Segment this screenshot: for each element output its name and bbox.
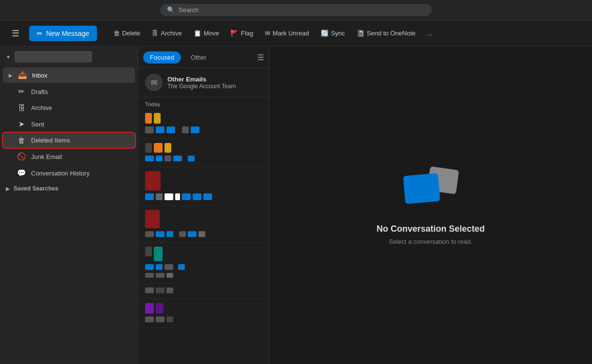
send-onenote-button[interactable]: 📓 Send to OneNote <box>352 27 420 40</box>
inbox-chevron-icon: ▶ <box>9 73 13 78</box>
search-icon: 🔍 <box>167 6 175 14</box>
archive-label: Archive <box>161 30 181 37</box>
delete-icon: 🗑 <box>114 30 120 37</box>
sidebar: ▼ ▶ 📥 Inbox ✏ Drafts 🗄 Archive ➤ Sent 🗑 … <box>0 47 138 364</box>
sent-icon: ➤ <box>16 120 26 128</box>
sync-button[interactable]: 🔄 Sync <box>316 27 350 40</box>
tab-focused[interactable]: Focused <box>143 51 181 63</box>
sidebar-item-archive[interactable]: 🗄 Archive <box>3 100 135 115</box>
more-icon: ... <box>427 30 432 37</box>
move-icon: 📋 <box>194 30 201 37</box>
sidebar-item-conversation-history[interactable]: 💬 Conversation History <box>3 165 135 181</box>
sidebar-item-junk-email[interactable]: 🚫 Junk Email <box>3 149 135 164</box>
tab-other[interactable]: Other <box>184 51 214 63</box>
envelope-front <box>403 173 440 204</box>
junk-icon: 🚫 <box>16 152 26 161</box>
no-conversation-illustration <box>404 166 458 214</box>
email-info: Other Emails The Google Account Team <box>167 76 236 90</box>
no-conversation-subtitle: Select a conversation to read. <box>389 238 473 245</box>
saved-searches-chevron-icon: ▶ <box>6 186 10 191</box>
junk-email-label: Junk Email <box>31 153 62 160</box>
hamburger-button[interactable]: ☰ <box>7 25 24 42</box>
sent-label: Sent <box>31 121 44 128</box>
mark-unread-icon: ✉ <box>265 30 270 37</box>
top-bar: 🔍 Search <box>0 0 592 20</box>
filter-icon[interactable]: ☰ <box>257 53 264 62</box>
deleted-items-label: Deleted Items <box>31 137 70 144</box>
drafts-icon: ✏ <box>16 87 26 96</box>
drafts-label: Drafts <box>31 88 48 95</box>
sync-icon: 🔄 <box>321 30 329 37</box>
search-label: Search <box>179 6 198 14</box>
mark-unread-button[interactable]: ✉ Mark Unread <box>260 27 314 40</box>
conversation-history-label: Conversation History <box>31 170 90 177</box>
more-button[interactable]: ... <box>422 27 437 40</box>
table-row[interactable] <box>138 167 269 206</box>
table-row[interactable] <box>138 206 269 243</box>
table-row[interactable] <box>138 299 269 328</box>
archive-icon: 🗄 <box>152 30 158 37</box>
tabs-row: Focused Other ☰ <box>138 47 269 68</box>
flag-label: Flag <box>241 30 253 37</box>
account-name <box>15 51 92 63</box>
onenote-icon: 📓 <box>357 30 364 37</box>
account-header[interactable]: ▼ <box>0 47 138 67</box>
archive-icon: 🗄 <box>16 104 26 112</box>
account-chevron-icon: ▼ <box>6 54 11 60</box>
featured-email-item[interactable]: ✉ Other Emails The Google Account Team <box>138 68 269 97</box>
email-avatar: ✉ <box>145 74 163 91</box>
move-label: Move <box>204 30 219 37</box>
detail-panel: No Conversation Selected Select a conver… <box>269 47 592 364</box>
delete-button[interactable]: 🗑 Delete <box>109 27 146 40</box>
sidebar-item-sent[interactable]: ➤ Sent <box>3 116 135 132</box>
flag-button[interactable]: 🚩 Flag <box>226 27 258 40</box>
flag-icon: 🚩 <box>230 30 238 37</box>
other-tab-label: Other <box>191 54 207 61</box>
email-preview: The Google Account Team <box>167 83 236 90</box>
sidebar-item-drafts[interactable]: ✏ Drafts <box>3 84 135 99</box>
inbox-icon: 📥 <box>17 71 27 79</box>
inbox-label: Inbox <box>32 72 48 79</box>
focused-tab-label: Focused <box>150 54 174 61</box>
send-onenote-label: Send to OneNote <box>367 30 415 37</box>
table-row[interactable] <box>138 139 269 167</box>
table-row[interactable] <box>138 284 269 299</box>
no-conversation-title: No Conversation Selected <box>377 224 485 234</box>
compose-icon: ✏ <box>37 30 43 37</box>
toolbar: ☰ ✏ New Message 🗑 Delete 🗄 Archive 📋 Mov… <box>0 20 592 47</box>
table-row[interactable] <box>138 109 269 139</box>
new-message-button[interactable]: ✏ New Message <box>29 26 97 41</box>
email-list-panel: Focused Other ☰ ✉ Other Emails The Googl… <box>138 47 269 364</box>
email-list-scroll[interactable]: Today <box>138 97 269 364</box>
deleted-icon: 🗑 <box>16 136 26 144</box>
new-message-label: New Message <box>46 30 89 37</box>
conversation-icon: 💬 <box>16 169 26 177</box>
delete-label: Delete <box>122 30 141 37</box>
table-row[interactable] <box>138 243 269 284</box>
saved-searches-header[interactable]: ▶ Saved Searches <box>0 181 138 196</box>
archive-label: Archive <box>31 104 52 111</box>
sidebar-item-deleted-items[interactable]: 🗑 Deleted Items <box>3 133 135 148</box>
mark-unread-label: Mark Unread <box>273 30 309 37</box>
saved-searches-label: Saved Searches <box>14 185 58 192</box>
move-button[interactable]: 📋 Move <box>189 27 224 40</box>
hamburger-icon: ☰ <box>12 29 19 38</box>
sync-label: Sync <box>331 30 345 37</box>
search-bar[interactable]: 🔍 Search <box>160 4 432 16</box>
sidebar-item-inbox[interactable]: ▶ 📥 Inbox <box>3 67 135 83</box>
archive-button[interactable]: 🗄 Archive <box>147 27 186 40</box>
main-area: ▼ ▶ 📥 Inbox ✏ Drafts 🗄 Archive ➤ Sent 🗑 … <box>0 47 592 364</box>
email-sender: Other Emails <box>167 76 236 83</box>
today-section-label: Today <box>138 97 269 109</box>
